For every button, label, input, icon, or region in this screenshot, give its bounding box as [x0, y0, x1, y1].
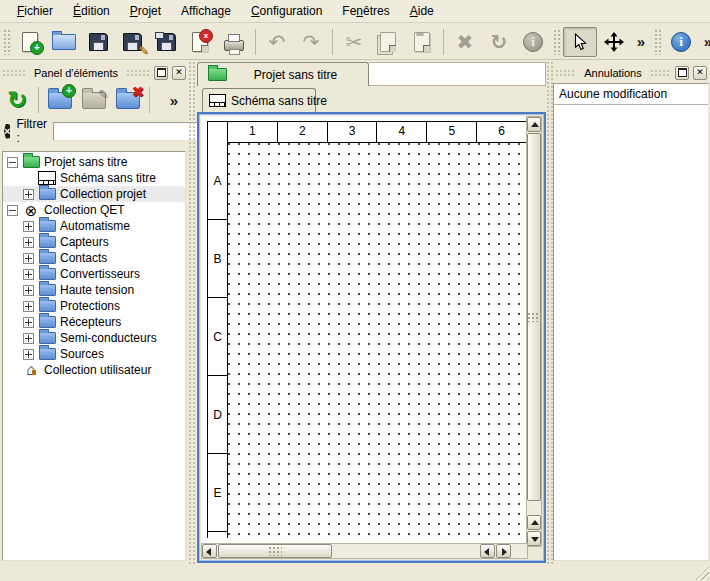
tree-item-collection-utilisateur[interactable]: ⌂ Collection utilisateur — [3, 362, 185, 378]
expander-plus-icon[interactable] — [23, 253, 34, 264]
copy-button[interactable] — [371, 27, 405, 57]
toolbar-overflow-button[interactable]: » — [631, 27, 651, 57]
tree-item-semi-conducteurs[interactable]: Semi-conducteurs — [3, 330, 185, 346]
menu-aide[interactable]: Aide — [401, 1, 443, 21]
expander-minus-icon[interactable] — [7, 205, 18, 216]
scroll-left-button-2[interactable] — [480, 544, 495, 558]
toolbar-overflow-button-2[interactable]: » — [698, 27, 710, 57]
sheet-column-label: 6 — [477, 122, 526, 142]
collections-toolbar-overflow-button[interactable]: » — [164, 85, 184, 115]
redo-button[interactable]: ↷ — [294, 27, 328, 57]
scroll-down-button[interactable] — [527, 531, 541, 546]
float-panel-button[interactable] — [154, 66, 168, 80]
tree-item-automatisme[interactable]: Automatisme — [3, 218, 185, 234]
scroll-up-button-2[interactable] — [527, 515, 541, 530]
rotate-button[interactable]: ↻ — [482, 27, 516, 57]
toolbar-drag-handle[interactable] — [3, 29, 10, 55]
elements-panel-titlebar[interactable]: Panel d'éléments ✕ — [0, 64, 188, 81]
toolbar-drag-handle[interactable] — [654, 29, 661, 55]
right-dock-splitter[interactable] — [546, 61, 553, 565]
copy-pages-icon — [380, 32, 396, 52]
scroll-up-button[interactable] — [527, 117, 541, 132]
expander-plus-icon[interactable] — [23, 349, 34, 360]
close-panel-button[interactable]: ✕ — [693, 66, 707, 80]
horizontal-scrollbar[interactable] — [201, 543, 528, 559]
float-panel-button[interactable] — [675, 66, 689, 80]
refresh-icon: ↻ — [7, 86, 27, 114]
main-toolbar: + ✎ x ↶ ↷ ✂ ✖ ↻ i — [0, 24, 710, 60]
new-category-button[interactable]: + — [43, 84, 77, 116]
menu-affichage[interactable]: Affichage — [172, 1, 240, 21]
undo-button[interactable]: ↶ — [260, 27, 294, 57]
diagram-info-button[interactable]: i — [664, 27, 698, 57]
save-as-button[interactable]: ✎ — [115, 27, 149, 57]
toolbar-separator — [255, 29, 256, 55]
diagram-canvas[interactable]: 1 2 3 4 5 6 A B C D E — [201, 116, 528, 547]
filter-row: × Filtrer : — [0, 119, 188, 143]
expander-plus-icon[interactable] — [23, 333, 34, 344]
tree-item-project[interactable]: Projet sans titre — [3, 154, 185, 170]
schema-tab[interactable]: Schéma sans titre — [202, 88, 316, 112]
arrow-left-icon — [206, 548, 211, 556]
horizontal-scroll-thumb[interactable] — [218, 544, 332, 558]
expander-plus-icon[interactable] — [23, 269, 34, 280]
tree-item-haute-tension[interactable]: Haute tension — [3, 282, 185, 298]
expander-plus-icon[interactable] — [23, 221, 34, 232]
schema-tab-label: Schéma sans titre — [231, 94, 327, 108]
menu-projet[interactable]: Projet — [121, 1, 170, 21]
blue-folder-icon — [38, 332, 56, 345]
sheet-column-label: 3 — [328, 122, 378, 142]
menu-configuration[interactable]: Configuration — [242, 1, 331, 21]
expander-minus-icon[interactable] — [7, 157, 18, 168]
tree-item-protections[interactable]: Protections — [3, 298, 185, 314]
tree-item-collection-qet[interactable]: ⊗ Collection QET — [3, 202, 185, 218]
pencil-badge-icon: ✎ — [98, 88, 109, 101]
save-button[interactable] — [81, 27, 115, 57]
select-mode-button[interactable] — [563, 27, 597, 57]
undo-panel-titlebar[interactable]: Annulations ✕ — [553, 64, 710, 81]
expander-plus-icon[interactable] — [23, 285, 34, 296]
print-button[interactable] — [217, 27, 251, 57]
expander-plus-icon[interactable] — [23, 189, 34, 200]
tree-item-sources[interactable]: Sources — [3, 346, 185, 362]
new-document-button[interactable]: + — [13, 27, 47, 57]
tree-item-contacts[interactable]: Contacts — [3, 250, 185, 266]
clear-filter-icon[interactable]: × — [4, 124, 10, 139]
edit-category-button[interactable]: ✎ — [77, 84, 111, 116]
save-all-button[interactable] — [149, 27, 183, 57]
resize-grip[interactable] — [695, 566, 709, 580]
tree-item-recepteurs[interactable]: Récepteurs — [3, 314, 185, 330]
project-tab[interactable]: Projet sans titre — [197, 62, 369, 86]
toolbar-drag-handle[interactable] — [553, 29, 560, 55]
tree-item-collection-projet[interactable]: Collection projet — [3, 186, 185, 202]
pan-mode-button[interactable] — [597, 27, 631, 57]
menu-fenetres[interactable]: Fenêtres — [333, 1, 398, 21]
tree-item-convertisseurs[interactable]: Convertisseurs — [3, 266, 185, 282]
close-document-button[interactable]: x — [183, 27, 217, 57]
scroll-right-button[interactable] — [496, 544, 511, 558]
vertical-scrollbar[interactable] — [526, 116, 542, 547]
expander-plus-icon[interactable] — [23, 301, 34, 312]
tree-item-capteurs[interactable]: Capteurs — [3, 234, 185, 250]
menu-fichier[interactable]: Fichier — [8, 1, 62, 21]
left-dock-splitter[interactable] — [188, 61, 196, 565]
close-panel-button[interactable]: ✕ — [172, 66, 186, 80]
vertical-scroll-thumb[interactable] — [527, 133, 541, 501]
expander-plus-icon[interactable] — [23, 237, 34, 248]
float-icon — [157, 68, 166, 77]
info-circle-blue-icon: i — [671, 32, 691, 52]
expander-plus-icon[interactable] — [23, 317, 34, 328]
tree-item-schema[interactable]: Schéma sans titre — [3, 170, 185, 186]
reload-collections-button[interactable]: ↻ — [0, 84, 34, 116]
undo-panel-title: Annulations — [580, 67, 646, 79]
open-document-button[interactable] — [47, 27, 81, 57]
delete-category-button[interactable]: ✖ — [111, 84, 145, 116]
sheet-column-label: 4 — [377, 122, 427, 142]
paste-button[interactable] — [405, 27, 439, 57]
undo-list-item[interactable]: Aucune modification — [554, 84, 708, 105]
element-info-button[interactable]: i — [516, 27, 550, 57]
cut-button[interactable]: ✂ — [337, 27, 371, 57]
delete-button[interactable]: ✖ — [448, 27, 482, 57]
scroll-left-button[interactable] — [202, 544, 217, 558]
menu-edition[interactable]: Édition — [64, 1, 119, 21]
